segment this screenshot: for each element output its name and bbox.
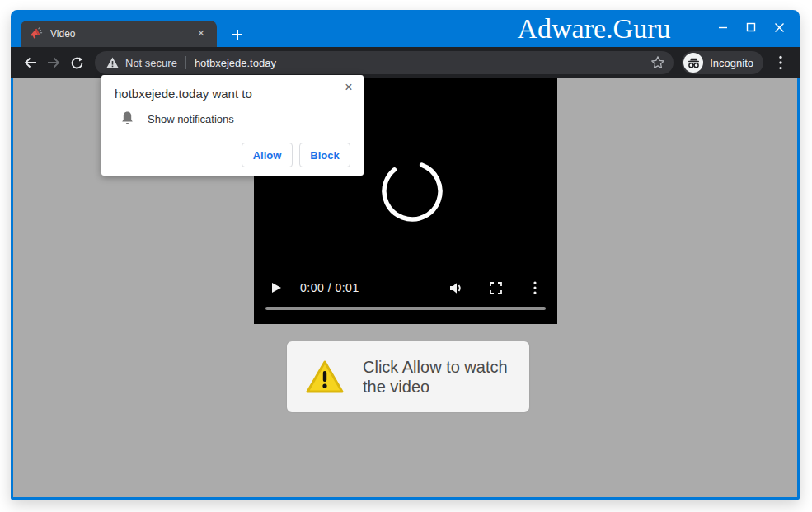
popup-buttons: Allow Block <box>242 143 350 167</box>
volume-button[interactable] <box>445 278 467 298</box>
video-progress-bar[interactable] <box>265 307 546 310</box>
forward-icon <box>46 55 61 70</box>
video-kebab-menu-icon <box>533 281 537 294</box>
titlebar: Video × Adware.Guru <box>11 10 800 47</box>
new-tab-button[interactable] <box>227 24 248 45</box>
popup-permission-label: Show notifications <box>148 113 234 125</box>
toolbar: Not secure hotbxejede.today Incognito <box>11 47 800 78</box>
url-text[interactable]: hotbxejede.today <box>195 57 276 69</box>
popup-close-icon[interactable]: × <box>341 80 356 95</box>
forward-button[interactable] <box>42 51 65 74</box>
tab-close-icon[interactable]: × <box>194 26 209 41</box>
fullscreen-icon <box>490 282 502 294</box>
window-title: Adware.Guru <box>505 12 683 45</box>
popup-title: hotbxejede.today want to <box>115 87 252 101</box>
fullscreen-button[interactable] <box>485 278 506 298</box>
notification-permission-popup: × hotbxejede.today want to Show notifica… <box>101 75 364 176</box>
message-text: Click Allow to watch the video <box>363 357 528 397</box>
tab-video[interactable]: Video × <box>21 21 217 47</box>
kebab-menu-icon <box>779 55 782 70</box>
window-controls <box>709 15 793 40</box>
play-icon <box>270 282 282 294</box>
browser-window: Video × Adware.Guru <box>11 10 800 500</box>
security-label: Not secure <box>125 57 177 69</box>
allow-button[interactable]: Allow <box>242 143 293 167</box>
bell-icon <box>120 110 134 125</box>
close-window-button[interactable] <box>765 15 793 40</box>
tab-title: Video <box>50 28 194 40</box>
not-secure-warning-icon <box>106 57 119 68</box>
address-bar[interactable]: Not secure hotbxejede.today <box>95 51 674 74</box>
close-icon <box>774 22 785 33</box>
play-button[interactable] <box>265 278 287 298</box>
bookmark-star-icon[interactable] <box>650 55 665 70</box>
incognito-avatar <box>683 53 703 73</box>
block-button[interactable]: Block <box>299 143 350 167</box>
video-time: 0:00 / 0:01 <box>300 281 359 294</box>
minimize-icon <box>718 22 728 32</box>
message-box: Click Allow to watch the video <box>287 341 529 412</box>
reload-icon <box>70 56 84 70</box>
video-controls: 0:00 / 0:01 <box>265 278 546 298</box>
maximize-button[interactable] <box>737 15 765 40</box>
back-button[interactable] <box>19 51 42 74</box>
incognito-badge: Incognito <box>682 51 763 74</box>
plus-icon <box>232 29 243 40</box>
volume-icon <box>449 282 463 294</box>
megaphone-favicon-icon <box>29 27 43 41</box>
back-icon <box>23 55 38 70</box>
loading-spinner-icon <box>379 158 445 224</box>
minimize-button[interactable] <box>709 15 737 40</box>
video-menu-button[interactable] <box>524 278 546 298</box>
browser-menu-button[interactable] <box>770 51 791 74</box>
incognito-label: Incognito <box>710 57 753 69</box>
warning-triangle-icon <box>305 359 345 394</box>
incognito-icon <box>688 58 700 68</box>
omnibox-divider <box>185 56 186 69</box>
reload-button[interactable] <box>65 51 88 74</box>
maximize-icon <box>746 22 756 32</box>
